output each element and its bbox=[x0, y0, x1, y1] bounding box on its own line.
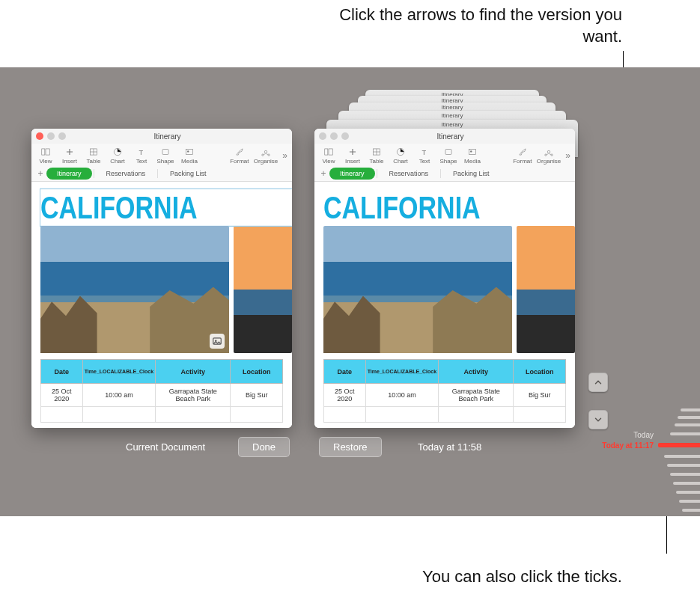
timeline-tick[interactable] bbox=[676, 491, 700, 494]
view-icon bbox=[323, 147, 334, 157]
timeline-tick[interactable] bbox=[670, 473, 700, 476]
table-tool[interactable]: Table bbox=[84, 147, 103, 165]
timeline-tick[interactable] bbox=[675, 423, 700, 426]
timeline-tick[interactable] bbox=[670, 432, 700, 435]
window-title: Itinerary bbox=[330, 132, 570, 141]
document-heading[interactable]: CALIFORNIA bbox=[323, 189, 575, 226]
version-document-window: Itinerary View Insert Table Chart TText … bbox=[314, 129, 575, 428]
media-icon bbox=[467, 147, 478, 157]
version-next-button[interactable] bbox=[588, 410, 608, 429]
shape-tool[interactable]: Shape bbox=[439, 147, 458, 165]
tab-reservations[interactable]: Reservations bbox=[96, 168, 156, 180]
svg-rect-6 bbox=[186, 150, 192, 155]
timeline-tick[interactable] bbox=[673, 482, 700, 485]
side-photo[interactable] bbox=[517, 226, 575, 353]
side-photo[interactable] bbox=[234, 226, 292, 353]
format-tool[interactable]: Format bbox=[513, 147, 532, 165]
close-icon bbox=[319, 132, 326, 140]
main-photo[interactable] bbox=[323, 226, 512, 353]
brush-icon bbox=[517, 147, 528, 157]
timeline-tick[interactable] bbox=[681, 408, 700, 411]
svg-point-10 bbox=[268, 154, 270, 156]
current-document-controls: Current Document bbox=[126, 441, 205, 453]
add-sheet-button[interactable]: + bbox=[317, 168, 329, 179]
table-row[interactable]: 25 Oct 2020 10:00 am Garrapata State Bea… bbox=[324, 384, 566, 407]
image-settings-icon[interactable] bbox=[210, 334, 225, 349]
svg-rect-19 bbox=[469, 150, 475, 155]
tab-itinerary[interactable]: Itinerary bbox=[329, 168, 375, 180]
organise-tool[interactable]: Organise bbox=[254, 147, 278, 165]
text-icon: T bbox=[419, 147, 430, 157]
version-timestamp: Today at 11:58 bbox=[418, 441, 481, 453]
col-activity: Activity bbox=[439, 360, 514, 384]
versions-stage: Itinerary Itinerary Itinerary Itinerary … bbox=[0, 67, 700, 516]
done-button[interactable]: Done bbox=[238, 437, 290, 457]
timeline-tick[interactable] bbox=[678, 416, 700, 419]
view-tool[interactable]: View bbox=[319, 147, 338, 165]
svg-point-20 bbox=[470, 150, 472, 152]
plus-icon bbox=[64, 147, 75, 157]
view-tool[interactable]: View bbox=[36, 147, 55, 165]
plus-icon bbox=[347, 147, 358, 157]
chart-icon bbox=[112, 147, 123, 157]
text-tool[interactable]: TText bbox=[132, 147, 151, 165]
svg-text:T: T bbox=[139, 149, 144, 156]
media-icon bbox=[184, 147, 195, 157]
add-sheet-button[interactable]: + bbox=[34, 168, 46, 179]
sheet-tabs: + Itinerary Reservations Packing List bbox=[31, 166, 292, 182]
text-icon: T bbox=[136, 147, 147, 157]
titlebar: Itinerary bbox=[314, 129, 575, 144]
timeline-tick[interactable] bbox=[667, 464, 700, 467]
timeline-tick[interactable] bbox=[679, 500, 700, 503]
itinerary-table[interactable]: Date Time_LOCALIZABLE_Clock Activity Loc… bbox=[323, 359, 566, 423]
toolbar: View Insert Table Chart TText Shape Medi… bbox=[31, 144, 292, 166]
media-tool[interactable]: Media bbox=[180, 147, 199, 165]
text-tool[interactable]: TText bbox=[415, 147, 434, 165]
chevron-up-icon bbox=[593, 377, 603, 388]
tab-packing[interactable]: Packing List bbox=[442, 168, 500, 180]
shape-tool[interactable]: Shape bbox=[156, 147, 175, 165]
svg-point-8 bbox=[264, 150, 267, 153]
svg-text:T: T bbox=[422, 149, 427, 156]
timeline-tick[interactable] bbox=[664, 455, 700, 458]
svg-rect-1 bbox=[46, 149, 49, 155]
insert-tool[interactable]: Insert bbox=[60, 147, 79, 165]
svg-point-9 bbox=[262, 154, 264, 156]
document-body: CALIFORNIA Date Time_LOCALIZABLE_Clock A… bbox=[31, 182, 292, 428]
document-body: CALIFORNIA Date Time_LOCALIZABLE_Clock A… bbox=[314, 182, 575, 428]
organise-tool[interactable]: Organise bbox=[537, 147, 561, 165]
itinerary-table[interactable]: Date Time_LOCALIZABLE_Clock Activity Loc… bbox=[40, 359, 283, 423]
document-heading[interactable]: CALIFORNIA bbox=[40, 189, 292, 226]
table-header-row: Date Time_LOCALIZABLE_Clock Activity Loc… bbox=[41, 360, 283, 384]
restore-button[interactable]: Restore bbox=[319, 437, 382, 457]
format-tool[interactable]: Format bbox=[230, 147, 249, 165]
tab-packing[interactable]: Packing List bbox=[159, 168, 217, 180]
svg-rect-13 bbox=[325, 149, 328, 155]
shape-icon bbox=[160, 147, 171, 157]
chart-tool[interactable]: Chart bbox=[108, 147, 127, 165]
media-tool[interactable]: Media bbox=[463, 147, 482, 165]
svg-rect-18 bbox=[445, 150, 451, 155]
col-date: Date bbox=[41, 360, 83, 384]
table-tool[interactable]: Table bbox=[367, 147, 386, 165]
table-row[interactable] bbox=[324, 407, 566, 423]
overflow-icon[interactable]: » bbox=[565, 150, 570, 161]
col-location: Location bbox=[514, 360, 566, 384]
svg-point-7 bbox=[187, 150, 189, 152]
svg-point-22 bbox=[545, 154, 547, 156]
sheet-tabs: + Itinerary Reservations Packing List bbox=[314, 166, 575, 182]
tab-reservations[interactable]: Reservations bbox=[379, 168, 439, 180]
close-icon[interactable] bbox=[36, 132, 43, 140]
chart-tool[interactable]: Chart bbox=[391, 147, 410, 165]
timeline-tick[interactable] bbox=[682, 509, 700, 512]
overflow-icon[interactable]: » bbox=[282, 150, 287, 161]
timeline-tick-selected[interactable] bbox=[658, 443, 700, 447]
table-row[interactable]: 25 Oct 2020 10:00 am Garrapata State Bea… bbox=[41, 384, 283, 407]
tab-itinerary[interactable]: Itinerary bbox=[46, 168, 92, 180]
version-prev-button[interactable] bbox=[588, 373, 608, 392]
insert-tool[interactable]: Insert bbox=[343, 147, 362, 165]
main-photo[interactable] bbox=[40, 226, 229, 353]
organise-icon bbox=[544, 147, 554, 157]
table-row[interactable] bbox=[41, 407, 283, 423]
brush-icon bbox=[234, 147, 245, 157]
